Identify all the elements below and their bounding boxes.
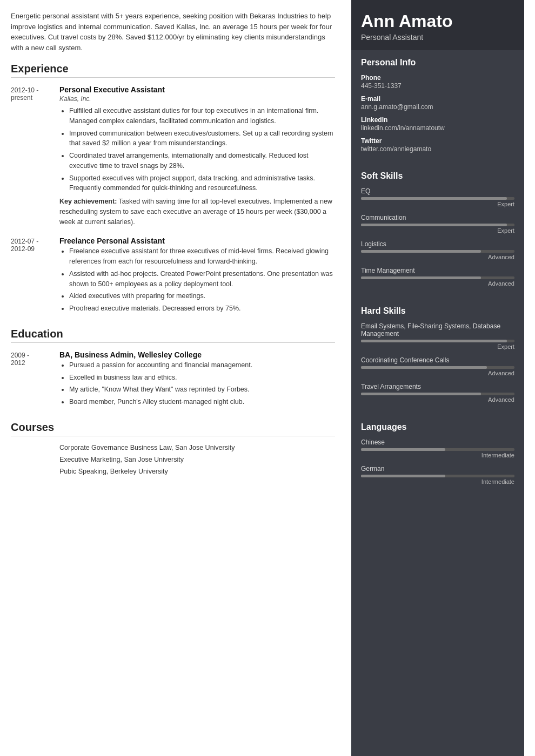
twitter-value: twitter.com/anniegamato (361, 145, 514, 153)
list-item: Fulfilled all executive assistant duties… (69, 106, 335, 126)
personal-info-title: Personal Info (361, 58, 514, 68)
email-value: ann.g.amato@gmail.com (361, 103, 514, 111)
skill-bar-fill (361, 276, 481, 279)
skill-name: Coordinating Conference Calls (361, 356, 514, 364)
summary-text: Energetic personal assistant with 5+ yea… (11, 11, 335, 53)
right-panel: Ann Amato Personal Assistant Personal In… (351, 0, 524, 756)
list-item: Board member, Punch's Alley student-mana… (69, 397, 335, 407)
skill-bar-fill (361, 475, 445, 477)
skill-bar-bg (361, 197, 514, 200)
skill-level: Expert (361, 201, 514, 207)
list-item: Pubic Speaking, Berkeley University (11, 468, 335, 475)
skill-item: Communication Expert (361, 214, 514, 234)
email-block: E-mail ann.g.amato@gmail.com (361, 95, 514, 111)
skill-bar-fill (361, 366, 487, 369)
skill-bar-bg (361, 448, 514, 451)
skill-item: Email Systems, File-Sharing Systems, Dat… (361, 322, 514, 350)
education-section: Education 2009 -2012 BA, Business Admin,… (11, 328, 335, 409)
skill-name: Communication (361, 214, 514, 221)
skill-item: Time Management Advanced (361, 267, 514, 287)
list-item: Corporate Governance Business Law, San J… (11, 444, 335, 451)
experience-section: Experience 2012-10 -present Personal Exe… (11, 63, 335, 316)
skill-name: Logistics (361, 240, 514, 248)
left-panel: Energetic personal assistant with 5+ yea… (0, 0, 351, 756)
skill-bar-fill (361, 250, 481, 253)
skill-item: Chinese Intermediate (361, 438, 514, 458)
entry-date-2: 2012-07 -2012-09 (11, 237, 59, 316)
skill-bar-bg (361, 366, 514, 369)
entry-list-2: Freelance executive assistant for three … (59, 246, 335, 314)
list-item: My article, "Know What they Want" was re… (69, 384, 335, 395)
skill-level: Expert (361, 343, 514, 350)
skill-name: German (361, 465, 514, 473)
list-item: Aided executives with preparing for meet… (69, 291, 335, 301)
skill-bar-bg (361, 250, 514, 253)
skill-level: Advanced (361, 370, 514, 376)
hard-skills-title: Hard Skills (361, 306, 514, 316)
linkedin-value: linkedin.com/in/annamatoutw (361, 124, 514, 132)
skill-name: Email Systems, File-Sharing Systems, Dat… (361, 322, 514, 338)
table-row: 2012-10 -present Personal Executive Assi… (11, 85, 335, 227)
courses-section: Courses Corporate Governance Business La… (11, 421, 335, 475)
skill-name: Time Management (361, 267, 514, 274)
skill-bar-bg (361, 276, 514, 279)
entry-content-2: Freelance Personal Assistant Freelance e… (59, 237, 335, 316)
skill-level: Intermediate (361, 452, 514, 458)
entry-date-3: 2009 -2012 (11, 350, 59, 409)
skill-level: Advanced (361, 280, 514, 287)
list-item: Improved communication between executive… (69, 129, 335, 149)
courses-title: Courses (11, 421, 335, 436)
entry-content-3: BA, Business Admin, Wellesley College Pu… (59, 350, 335, 409)
linkedin-label: LinkedIn (361, 116, 514, 124)
soft-skills-section: Soft Skills EQ Expert Communication Expe… (351, 164, 524, 299)
phone-block: Phone 445-351-1337 (361, 74, 514, 90)
skill-bar-fill (361, 197, 507, 200)
skill-bar-fill (361, 224, 507, 226)
phone-value: 445-351-1337 (361, 82, 514, 90)
list-item: Excelled in business law and ethics. (69, 373, 335, 383)
key-achievement-1: Key achievement: Tasked with saving time… (59, 197, 335, 227)
twitter-label: Twitter (361, 137, 514, 145)
list-item: Supported executives with project suppor… (69, 173, 335, 194)
skill-bar-fill (361, 393, 481, 395)
education-title: Education (11, 328, 335, 343)
list-item: Assisted with ad-hoc projects. Created P… (69, 269, 335, 289)
entry-title-3: BA, Business Admin, Wellesley College (59, 350, 335, 359)
hard-skills-section: Hard Skills Email Systems, File-Sharing … (351, 299, 524, 415)
list-item: Freelance executive assistant for three … (69, 246, 335, 267)
candidate-name: Ann Amato (361, 12, 514, 31)
experience-title: Experience (11, 63, 335, 78)
twitter-block: Twitter twitter.com/anniegamato (361, 137, 514, 153)
candidate-title: Personal Assistant (361, 33, 514, 42)
skill-bar-bg (361, 393, 514, 395)
table-row: 2009 -2012 BA, Business Admin, Wellesley… (11, 350, 335, 409)
entry-subtitle-1: Kallas, Inc. (59, 95, 335, 103)
skill-item: German Intermediate (361, 465, 514, 485)
list-item: Coordinated travel arrangements, interna… (69, 151, 335, 171)
skill-item: Logistics Advanced (361, 240, 514, 260)
list-item: Executive Marketing, San Jose University (11, 456, 335, 463)
personal-info-section: Personal Info Phone 445-351-1337 E-mail … (351, 50, 524, 164)
skill-bar-bg (361, 475, 514, 477)
skill-bar-bg (361, 340, 514, 342)
skill-bar-bg (361, 224, 514, 226)
entry-list-3: Pursued a passion for accounting and fin… (59, 360, 335, 407)
skill-item: Coordinating Conference Calls Advanced (361, 356, 514, 376)
right-header: Ann Amato Personal Assistant (351, 0, 524, 50)
list-item: Pursued a passion for accounting and fin… (69, 360, 335, 370)
skill-name: EQ (361, 187, 514, 195)
skill-bar-fill (361, 448, 445, 451)
table-row: 2012-07 -2012-09 Freelance Personal Assi… (11, 237, 335, 316)
entry-title-2: Freelance Personal Assistant (59, 237, 335, 245)
entry-title-1: Personal Executive Assistant (59, 85, 335, 94)
entry-date-1: 2012-10 -present (11, 85, 59, 227)
languages-title: Languages (361, 422, 514, 432)
languages-section: Languages Chinese Intermediate German In… (351, 415, 524, 497)
linkedin-block: LinkedIn linkedin.com/in/annamatoutw (361, 116, 514, 132)
skill-name: Chinese (361, 438, 514, 446)
skill-name: Travel Arrangements (361, 383, 514, 390)
skill-level: Advanced (361, 396, 514, 403)
soft-skills-list: EQ Expert Communication Expert Logistics… (361, 187, 514, 287)
skill-item: Travel Arrangements Advanced (361, 383, 514, 403)
email-label: E-mail (361, 95, 514, 103)
